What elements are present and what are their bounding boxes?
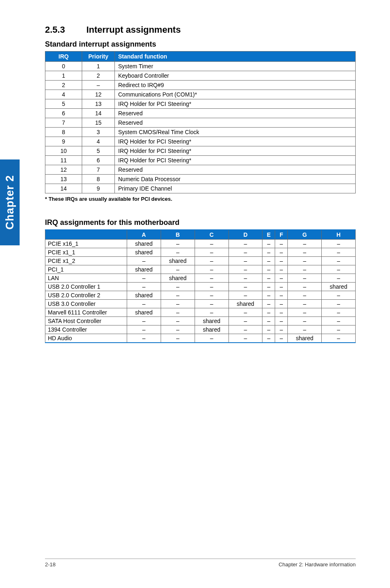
assignment-cell: – xyxy=(275,240,288,248)
assignment-cell: – xyxy=(229,274,262,283)
assignment-row-label: PCIE x1_2 xyxy=(45,257,127,265)
assignment-cell: – xyxy=(127,283,161,291)
irq-footnote: * These IRQs are usually available for P… xyxy=(45,196,356,202)
assignment-cell: – xyxy=(262,283,275,291)
assignment-cell: – xyxy=(262,317,275,325)
irq-cell-priority: 2 xyxy=(82,71,115,81)
irq-cell-function: Primary IDE Channel xyxy=(115,184,356,193)
irq-cell-priority: 14 xyxy=(82,109,115,118)
assignment-cell: – xyxy=(195,240,229,248)
assignment-cell: – xyxy=(229,291,262,300)
table-row: PCIE x1_2–shared–––––– xyxy=(45,257,356,265)
irq-cell-function: IRQ Holder for PCI Steering* xyxy=(115,137,356,146)
assignment-cell: – xyxy=(229,317,262,325)
irq-cell-function: Keyboard Controller xyxy=(115,71,356,81)
assignment-cell: – xyxy=(195,334,229,343)
irq-cell-irq: 13 xyxy=(45,175,82,184)
assignment-cell: – xyxy=(161,283,195,291)
assignment-cell: shared xyxy=(161,257,195,265)
chapter-tab-label: Chapter 2 xyxy=(4,175,16,230)
table-row: LAN–shared–––––– xyxy=(45,274,356,283)
table-row: 149Primary IDE Channel xyxy=(45,184,356,193)
page-content: 2.5.3 Interrupt assignments Standard int… xyxy=(45,25,356,343)
assignment-cell: – xyxy=(275,257,288,265)
assignment-row-label: PCI_1 xyxy=(45,265,127,274)
assignment-cell: – xyxy=(195,283,229,291)
irq-cell-function: IRQ Holder for PCI Steering* xyxy=(115,99,356,109)
table-row: USB 2.0 Controller 1–––––––shared xyxy=(45,283,356,291)
assignment-cell: – xyxy=(161,300,195,308)
assignment-cell: – xyxy=(288,308,322,317)
assignment-cell: – xyxy=(322,291,356,300)
table-row: HD Audio––––––shared– xyxy=(45,334,356,343)
assignment-cell: – xyxy=(161,265,195,274)
table-row: Marvell 6111 Controllershared––––––– xyxy=(45,308,356,317)
assignment-cell: – xyxy=(195,291,229,300)
assignment-cell: – xyxy=(161,317,195,325)
irq-cell-function: Reserved xyxy=(115,109,356,118)
irq-cell-irq: 14 xyxy=(45,184,82,193)
table-row: 513IRQ Holder for PCI Steering* xyxy=(45,99,356,109)
irq-cell-irq: 12 xyxy=(45,165,82,175)
assignment-cell: – xyxy=(275,248,288,257)
irq-header-function: Standard function xyxy=(115,52,356,62)
irq-cell-function: Redirect to IRQ#9 xyxy=(115,81,356,90)
assignment-cell: – xyxy=(322,257,356,265)
assignment-cell: – xyxy=(275,317,288,325)
assignment-header-col: D xyxy=(229,230,262,240)
table-row: 01System Timer xyxy=(45,62,356,71)
irq-cell-irq: 5 xyxy=(45,99,82,109)
irq-cell-priority: 9 xyxy=(82,184,115,193)
assignment-header-row: ABCDEFGH xyxy=(45,230,356,240)
assignment-cell: shared xyxy=(161,274,195,283)
assignment-cell: – xyxy=(288,240,322,248)
irq-cell-function: Communications Port (COM1)* xyxy=(115,90,356,99)
irq-cell-irq: 8 xyxy=(45,128,82,137)
assignment-cell: shared xyxy=(195,325,229,334)
subheading-assignments: IRQ assignments for this motherboard xyxy=(45,218,356,227)
irq-cell-irq: 10 xyxy=(45,146,82,156)
irq-cell-priority: 7 xyxy=(82,165,115,175)
irq-cell-irq: 1 xyxy=(45,71,82,81)
assignment-cell: – xyxy=(229,325,262,334)
assignment-row-label: 1394 Controller xyxy=(45,325,127,334)
irq-cell-function: IRQ Holder for PCI Steering* xyxy=(115,146,356,156)
irq-cell-function: System CMOS/Real Time Clock xyxy=(115,128,356,137)
assignment-header-col: B xyxy=(161,230,195,240)
assignment-cell: – xyxy=(229,334,262,343)
irq-cell-function: IRQ Holder for PCI Steering* xyxy=(115,156,356,165)
irq-header-irq: IRQ xyxy=(45,52,82,62)
assignment-cell: – xyxy=(195,265,229,274)
assignment-cell: – xyxy=(322,325,356,334)
assignment-cell: – xyxy=(288,300,322,308)
assignment-row-label: PCIE x1_1 xyxy=(45,248,127,257)
assignment-cell: – xyxy=(127,274,161,283)
assignment-cell: – xyxy=(288,257,322,265)
assignment-cell: – xyxy=(229,283,262,291)
irq-cell-irq: 9 xyxy=(45,137,82,146)
assignment-cell: – xyxy=(161,291,195,300)
chapter-tab: Chapter 2 xyxy=(0,159,20,245)
assignment-cell: – xyxy=(161,325,195,334)
assignment-cell: shared xyxy=(127,248,161,257)
irq-header-priority: Priority xyxy=(82,52,115,62)
irq-cell-function: Numeric Data Processor xyxy=(115,175,356,184)
irq-cell-priority: 3 xyxy=(82,128,115,137)
table-row: 94IRQ Holder for PCI Steering* xyxy=(45,137,356,146)
assignment-header-col: H xyxy=(322,230,356,240)
assignment-cell: shared xyxy=(127,240,161,248)
table-row: PCIE x16_1shared––––––– xyxy=(45,240,356,248)
page-footer: 2-18 Chapter 2: Hardware information xyxy=(45,559,356,568)
irq-cell-priority: 6 xyxy=(82,156,115,165)
table-row: PCI_1shared––––––– xyxy=(45,265,356,274)
assignment-cell: – xyxy=(127,257,161,265)
assignment-cell: – xyxy=(229,265,262,274)
assignment-cell: – xyxy=(229,257,262,265)
assignment-header-col: C xyxy=(195,230,229,240)
irq-cell-irq: 4 xyxy=(45,90,82,99)
assignment-cell: – xyxy=(322,300,356,308)
assignment-cell: – xyxy=(322,317,356,325)
irq-cell-function: Reserved xyxy=(115,118,356,128)
table-row: 715Reserved xyxy=(45,118,356,128)
assignment-cell: – xyxy=(262,291,275,300)
